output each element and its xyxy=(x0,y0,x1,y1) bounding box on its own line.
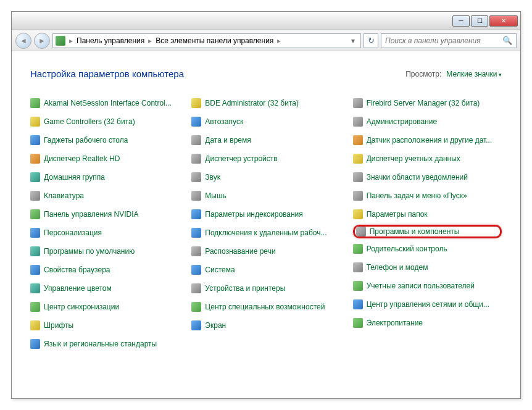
search-box[interactable]: 🔍 xyxy=(381,33,517,48)
titlebar: ─ ☐ ✕ xyxy=(12,12,520,30)
refresh-button[interactable]: ↻ xyxy=(364,33,378,48)
item-icon xyxy=(30,117,40,127)
control-panel-item[interactable]: BDE Administrator (32 бита) xyxy=(191,96,340,110)
control-panel-item[interactable]: Центр синхронизации xyxy=(30,300,179,314)
forward-button[interactable]: ► xyxy=(34,33,50,49)
control-panel-item[interactable]: Управление цветом xyxy=(30,282,179,295)
content-area: Настройка параметров компьютера Просмотр… xyxy=(12,51,520,357)
view-dropdown[interactable]: Мелкие значки xyxy=(446,70,502,78)
control-panel-item[interactable]: Значки области уведомлений xyxy=(353,170,502,184)
item-icon xyxy=(30,172,40,182)
control-panel-item[interactable]: Программы по умолчанию xyxy=(30,245,179,258)
control-panel-item[interactable]: Телефон и модем xyxy=(353,261,502,274)
control-panel-item[interactable]: Панель задач и меню «Пуск» xyxy=(353,189,502,203)
item-icon xyxy=(356,227,366,236)
search-input[interactable] xyxy=(385,36,502,45)
item-label: Автозапуск xyxy=(205,117,243,126)
control-panel-item[interactable]: Электропитание xyxy=(353,316,502,330)
minimize-button[interactable]: ─ xyxy=(452,15,470,27)
close-button[interactable]: ✕ xyxy=(489,15,518,27)
item-label: Дата и время xyxy=(205,136,251,144)
item-icon xyxy=(353,135,363,145)
item-label: Akamai NetSession Interface Control... xyxy=(44,99,172,107)
control-panel-item[interactable]: Гаджеты рабочего стола xyxy=(30,133,179,147)
breadcrumb-sep: ▸ xyxy=(148,36,152,45)
item-label: Электропитание xyxy=(367,319,423,327)
control-panel-item[interactable]: Программы и компоненты xyxy=(353,225,502,238)
item-label: Game Controllers (32 бита) xyxy=(44,117,135,126)
item-icon xyxy=(191,135,201,145)
item-label: Устройства и принтеры xyxy=(205,284,285,293)
navbar: ◄ ► ▸ Панель управления ▸ Все элементы п… xyxy=(12,30,520,51)
item-icon xyxy=(353,117,363,127)
item-icon xyxy=(191,320,201,330)
control-panel-item[interactable]: Датчик расположения и другие дат... xyxy=(353,133,502,147)
control-panel-item[interactable]: Дата и время xyxy=(191,133,340,147)
control-panel-item[interactable]: Система xyxy=(191,263,340,277)
item-label: Центр специальных возможностей xyxy=(205,303,325,311)
item-label: Телефон и модем xyxy=(367,263,428,272)
search-icon[interactable]: 🔍 xyxy=(502,36,512,45)
item-label: Значки области уведомлений xyxy=(367,173,468,182)
maximize-button[interactable]: ☐ xyxy=(471,15,488,27)
control-panel-item[interactable]: Game Controllers (32 бита) xyxy=(30,115,179,128)
control-panel-item[interactable]: Akamai NetSession Interface Control... xyxy=(30,96,179,110)
control-panel-item[interactable]: Диспетчер устройств xyxy=(191,152,340,165)
control-panel-item[interactable]: Шрифты xyxy=(30,319,179,332)
item-label: Клавиатура xyxy=(44,191,84,200)
item-label: Домашняя группа xyxy=(44,173,105,182)
control-panel-item[interactable]: Распознавание речи xyxy=(191,245,340,258)
control-panel-item[interactable]: Firebird Server Manager (32 бита) xyxy=(353,96,502,110)
control-panel-item[interactable]: Звук xyxy=(191,170,340,184)
item-label: Диспетчер Realtek HD xyxy=(44,154,120,163)
control-panel-item[interactable]: Устройства и принтеры xyxy=(191,282,340,295)
item-icon xyxy=(30,320,40,330)
control-panel-item[interactable]: Персонализация xyxy=(30,226,179,240)
item-icon xyxy=(191,154,201,164)
control-panel-item[interactable]: Центр управления сетями и общи... xyxy=(353,298,502,311)
control-panel-item[interactable]: Панель управления NVIDIA xyxy=(30,207,179,221)
item-icon xyxy=(191,191,201,201)
control-panel-item[interactable]: Центр специальных возможностей xyxy=(191,300,340,314)
item-label: Диспетчер учетных данных xyxy=(367,154,460,163)
column: Akamai NetSession Interface Control...Ga… xyxy=(30,96,179,351)
header-row: Настройка параметров компьютера Просмотр… xyxy=(30,69,502,79)
item-label: Панель управления NVIDIA xyxy=(44,210,139,219)
item-icon xyxy=(30,191,40,201)
item-icon xyxy=(353,281,363,291)
item-icon xyxy=(353,191,363,201)
control-panel-item[interactable]: Мышь xyxy=(191,189,340,203)
item-label: Распознавание речи xyxy=(205,247,275,256)
control-panel-item[interactable]: Учетные записи пользователей xyxy=(353,279,502,293)
address-dropdown[interactable]: ▾ xyxy=(348,36,358,45)
control-panel-item[interactable]: Родительский контроль xyxy=(353,242,502,256)
item-icon xyxy=(191,209,201,219)
item-label: Параметры индексирования xyxy=(205,210,302,219)
control-panel-item[interactable]: Диспетчер учетных данных xyxy=(353,152,502,165)
item-icon xyxy=(30,265,40,275)
control-panel-item[interactable]: Диспетчер Realtek HD xyxy=(30,152,179,165)
control-panel-item[interactable]: Автозапуск xyxy=(191,115,340,128)
control-panel-item[interactable]: Подключения к удаленным рабоч... xyxy=(191,226,340,240)
control-panel-item[interactable]: Язык и региональные стандарты xyxy=(30,337,179,351)
control-panel-item[interactable]: Домашняя группа xyxy=(30,170,179,184)
item-icon xyxy=(30,339,40,349)
control-panel-item[interactable]: Клавиатура xyxy=(30,189,179,203)
control-panel-item[interactable]: Экран xyxy=(191,319,340,332)
breadcrumb-root[interactable]: Панель управления xyxy=(77,36,144,45)
item-icon xyxy=(30,228,40,238)
control-panel-item[interactable]: Параметры индексирования xyxy=(191,207,340,221)
item-label: Панель задач и меню «Пуск» xyxy=(367,191,467,200)
back-button[interactable]: ◄ xyxy=(15,33,31,49)
item-icon xyxy=(191,265,201,275)
breadcrumb-current[interactable]: Все элементы панели управления xyxy=(156,36,273,45)
item-icon xyxy=(30,283,40,293)
control-panel-item[interactable]: Администрирование xyxy=(353,115,502,128)
control-panel-item[interactable]: Свойства браузера xyxy=(30,263,179,277)
control-panel-item[interactable]: Параметры папок xyxy=(353,207,502,221)
control-panel-icon xyxy=(56,36,65,46)
explorer-window: ─ ☐ ✕ ◄ ► ▸ Панель управления ▸ Все элем… xyxy=(11,11,521,399)
view-label: Просмотр: xyxy=(405,70,441,78)
item-label: Центр синхронизации xyxy=(44,303,119,311)
address-bar[interactable]: ▸ Панель управления ▸ Все элементы панел… xyxy=(52,33,361,48)
